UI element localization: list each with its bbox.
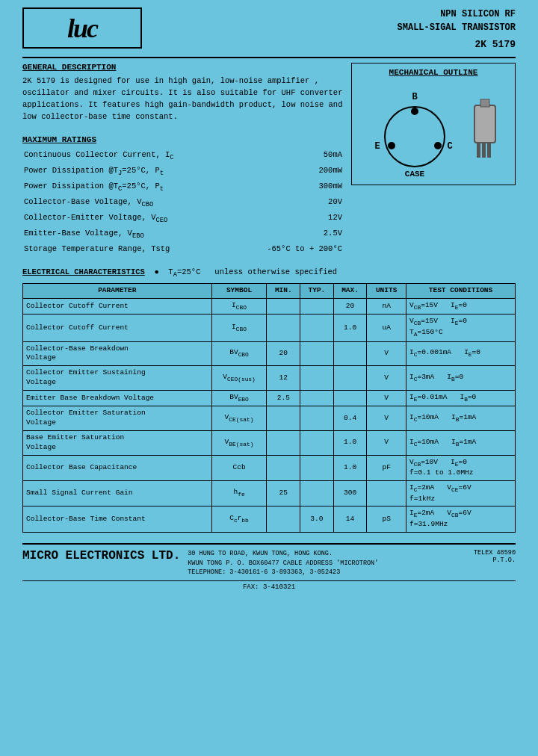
param-cell: Small Signal Current Gain <box>23 481 212 506</box>
units-cell: V <box>367 406 406 431</box>
min-cell <box>267 298 300 315</box>
conditions-cell: VCB=10V IE=0f=0.1 to 1.0MHz <box>406 455 515 480</box>
fax-label: FAX: <box>243 583 259 591</box>
max-cell: 1.0 <box>333 315 367 341</box>
table-row: Storage Temperature Range, Tstg -65°C to… <box>24 243 342 255</box>
typ-cell <box>300 366 334 391</box>
telex: TELEX 48590 <box>474 549 516 557</box>
max-cell <box>333 366 367 391</box>
svg-rect-12 <box>480 99 489 107</box>
elec-title: ELECTRICAL CHARACTERISTICS <box>22 267 145 276</box>
header-section: luc NPN SILICON RF SMALL-SIGAL TRANSISTO… <box>22 7 516 58</box>
table-row: Collector-Base Time Constant Ccrbb 3.0 1… <box>23 506 516 532</box>
general-desc-title: GENERAL DESCRIPTION <box>22 63 344 72</box>
conditions-cell: IC=3mA IB=0 <box>406 366 515 391</box>
symbol-cell: VCEO(sus) <box>211 366 267 391</box>
typ-cell <box>300 481 334 506</box>
min-cell <box>267 431 300 456</box>
elec-title-line: ELECTRICAL CHARACTERISTICS ● TA=25°C unl… <box>22 267 516 279</box>
min-cell: 12 <box>267 366 300 391</box>
typ-cell <box>300 341 334 366</box>
conditions-cell: IC=0.001mA IE=0 <box>406 341 515 366</box>
mechanical-outline-title: MECHANICAL OUTLINE <box>356 68 510 77</box>
min-cell <box>267 406 300 431</box>
conditions-cell: IC=2mA VCE=6Vf=1kHz <box>406 481 515 506</box>
symbol-cell: BVCBO <box>211 341 267 366</box>
rating-param: Power Dissipation @TJ=25°C, Pt <box>24 164 235 179</box>
rating-value: 300mW <box>236 180 342 194</box>
conditions-cell: VCB=15V IE=0TA=150°C <box>406 315 515 341</box>
symbol-cell: VBE(sat) <box>211 431 267 456</box>
max-cell <box>333 390 367 406</box>
min-cell <box>267 455 300 480</box>
param-cell: Collector Base Capacitance <box>23 455 212 480</box>
param-cell: Collector-Base Time Constant <box>23 506 212 532</box>
table-row: Collector Cutoff Current ICBO 20 nA VCB=… <box>23 298 516 315</box>
svg-rect-11 <box>487 143 491 158</box>
typ-cell <box>300 455 334 480</box>
table-header-row: PARAMETER SYMBOL MIN. TYP. MAX. UNITS TE… <box>23 284 516 299</box>
table-row: Emitter-Base Voltage, VEBO 2.5V <box>24 227 342 241</box>
typ-cell <box>300 390 334 406</box>
svg-point-3 <box>434 142 442 149</box>
rating-value: 2.5V <box>236 227 342 241</box>
units-cell: V <box>367 390 406 406</box>
table-row: Power Dissipation @TC=25°C, Pt 300mW <box>24 180 342 194</box>
rating-param: Collector-Base Voltage, VCBO <box>24 196 235 210</box>
conditions-cell: IE=0.01mA IB=0 <box>406 390 515 406</box>
symbol-cell: Ccrbb <box>211 506 267 532</box>
units-cell: V <box>367 431 406 456</box>
table-row: Continuous Collector Current, IC 50mA <box>24 149 342 163</box>
svg-rect-9 <box>477 143 480 158</box>
symbol-cell: ICBO <box>211 298 267 315</box>
max-cell: 300 <box>333 481 367 506</box>
logo: luc <box>22 7 142 49</box>
col-parameter: PARAMETER <box>23 284 212 299</box>
table-row: Power Dissipation @TJ=25°C, Pt 200mW <box>24 164 342 179</box>
footer-address: 30 HUNG TO ROAD, KWUN TONG, HONG KONG. K… <box>188 549 466 577</box>
fax-number: 3-410321 <box>263 583 295 591</box>
svg-rect-10 <box>482 143 486 158</box>
min-cell <box>267 506 300 532</box>
units-cell: nA <box>367 298 406 315</box>
typ-cell <box>300 315 334 341</box>
col-units: UNITS <box>367 284 406 299</box>
max-cell: 0.4 <box>333 406 367 431</box>
company-name: MICRO ELECTRONICS LTD. <box>22 549 180 563</box>
table-row: Collector-Base Voltage, VCBO 20V <box>24 196 342 210</box>
col-conditions: TEST CONDITIONS <box>406 284 515 299</box>
col-typ: TYP. <box>300 284 334 299</box>
rating-param: Continuous Collector Current, IC <box>24 149 235 163</box>
units-cell: pF <box>367 455 406 480</box>
units-cell <box>367 481 406 506</box>
electrical-section: ELECTRICAL CHARACTERISTICS ● TA=25°C unl… <box>22 267 516 533</box>
symbol-cell: Ccb <box>211 455 267 480</box>
conditions-cell: IC=10mA IB=1mA <box>406 431 515 456</box>
symbol-cell: BVEBO <box>211 390 267 406</box>
max-cell: 1.0 <box>333 455 367 480</box>
rating-value: 50mA <box>236 149 342 163</box>
table-row: Small Signal Current Gain hfe 25 300 IC=… <box>23 481 516 506</box>
ratings-table: Continuous Collector Current, IC 50mA Po… <box>22 147 344 257</box>
typ-cell <box>300 406 334 431</box>
conditions-cell: IC=10mA IB=1mA <box>406 406 515 431</box>
table-row: Collector Emitter SustainingVoltage VCEO… <box>23 366 516 391</box>
rating-value: 20V <box>236 196 342 210</box>
param-cell: Collector-Base BreakdownVoltage <box>23 341 212 366</box>
conditions-cell: VCB=15V IE=0 <box>406 298 515 315</box>
table-row: Collector Emitter SaturationVoltage VCE(… <box>23 406 516 431</box>
param-cell: Collector Emitter SaturationVoltage <box>23 406 212 431</box>
general-desc-text: 2K 5179 is designed for use in high gain… <box>22 75 344 123</box>
max-cell: 20 <box>333 298 367 315</box>
col-max: MAX. <box>333 284 367 299</box>
symbol-cell: hfe <box>211 481 267 506</box>
max-cell: 1.0 <box>333 431 367 456</box>
min-cell: 25 <box>267 481 300 506</box>
rating-param: Storage Temperature Range, Tstg <box>24 243 235 255</box>
param-cell: Collector Cutoff Current <box>23 315 212 341</box>
pto: P.T.O. <box>474 557 516 564</box>
param-cell: Base Emitter SaturationVoltage <box>23 431 212 456</box>
typ-cell: 3.0 <box>300 506 334 532</box>
svg-text:CASE: CASE <box>405 170 425 179</box>
svg-rect-8 <box>474 105 495 143</box>
